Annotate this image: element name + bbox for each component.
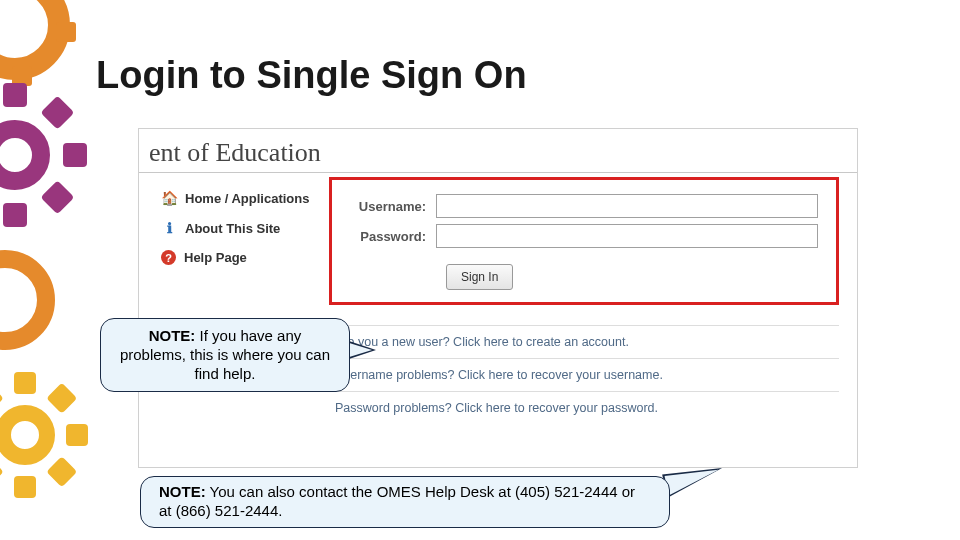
gear-decoration [0, 80, 90, 230]
note-label: NOTE: [159, 483, 206, 500]
page-title: Login to Single Sign On [96, 54, 527, 97]
callout-help-note: NOTE: If you have any problems, this is … [100, 318, 350, 392]
callout-pointer [346, 340, 376, 360]
nav-label: About This Site [185, 221, 280, 236]
username-input[interactable] [436, 194, 818, 218]
link-password-problems[interactable]: Password problems? Click here to recover… [329, 391, 839, 424]
gear-decoration [0, 0, 70, 80]
screenshot-panel: ent of Education 🏠 Home / Applications ℹ… [138, 128, 858, 468]
username-label: Username: [346, 199, 436, 214]
login-form-highlight: Username: Password: Sign In [329, 177, 839, 305]
password-input[interactable] [436, 224, 818, 248]
nav-label: Home / Applications [185, 191, 309, 206]
nav-item-help[interactable]: ? Help Page [161, 243, 325, 272]
callout-omes-note: NOTE: You can also contact the OMES Help… [140, 476, 670, 528]
link-username-problems[interactable]: Username problems? Click here to recover… [329, 358, 839, 391]
nav-item-about[interactable]: ℹ About This Site [161, 213, 325, 243]
gear-decoration [0, 370, 90, 500]
note-text: You can also contact the OMES Help Desk … [159, 483, 635, 519]
help-links: Are you a new user? Click here to create… [329, 325, 857, 424]
nav-item-home[interactable]: 🏠 Home / Applications [161, 183, 325, 213]
help-icon: ? [161, 250, 176, 265]
brand-text: ent of Education [149, 138, 321, 168]
sign-in-button[interactable]: Sign In [446, 264, 513, 290]
note-label: NOTE: [149, 327, 196, 344]
nav-label: Help Page [184, 250, 247, 265]
info-icon: ℹ [161, 220, 177, 236]
home-icon: 🏠 [161, 190, 177, 206]
link-new-user[interactable]: Are you a new user? Click here to create… [329, 325, 839, 358]
gear-decoration [0, 250, 55, 350]
password-label: Password: [346, 229, 436, 244]
